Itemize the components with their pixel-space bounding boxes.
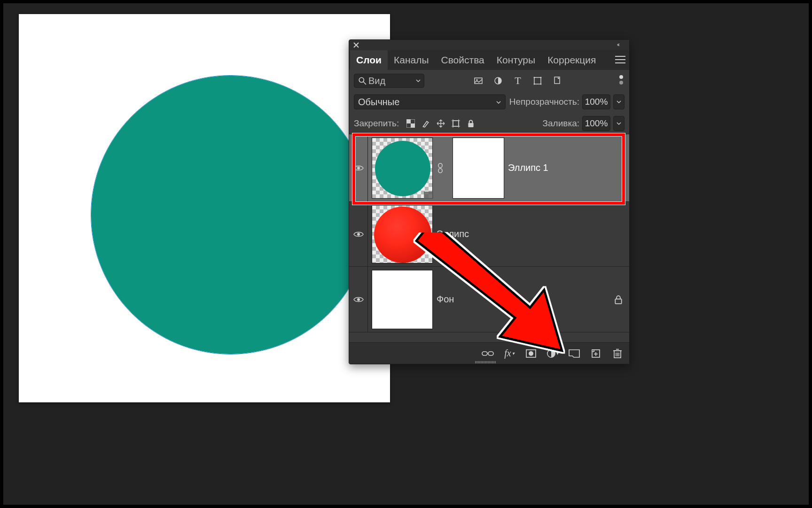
svg-rect-19 [468, 123, 474, 127]
layer-fx-icon[interactable]: fx▾ [503, 347, 515, 360]
filter-toggle[interactable] [618, 75, 625, 86]
lock-all-icon[interactable] [467, 119, 475, 128]
svg-point-7 [540, 77, 542, 78]
filter-adjustment-icon[interactable] [493, 76, 503, 86]
svg-point-29 [529, 351, 533, 356]
new-layer-icon[interactable] [590, 347, 602, 360]
layer-name[interactable]: Фон [437, 294, 454, 305]
svg-rect-14 [453, 121, 459, 126]
new-adjustment-layer-icon[interactable]: ▾ [547, 347, 559, 360]
tab-adjustments[interactable]: Коррекция [541, 50, 602, 70]
panel-menu-icon[interactable] [615, 56, 625, 63]
layer-row-ellipse-1[interactable]: Эллипс 1 [349, 134, 629, 202]
layer-row-background[interactable]: Фон [349, 267, 629, 332]
svg-point-23 [357, 233, 360, 236]
layer-filter-dropdown[interactable]: Вид [354, 74, 424, 88]
tab-paths[interactable]: Контуры [491, 50, 541, 70]
svg-rect-12 [411, 123, 415, 128]
close-icon[interactable] [353, 42, 359, 48]
svg-rect-21 [438, 163, 442, 168]
lock-paint-icon[interactable] [422, 119, 430, 128]
svg-line-1 [363, 82, 366, 85]
tab-channels[interactable]: Каналы [388, 50, 435, 70]
layer-mask-link-icon[interactable] [437, 163, 449, 173]
opacity-stepper[interactable] [613, 94, 625, 109]
layer-name[interactable]: Эллипс 1 [508, 162, 548, 173]
svg-point-6 [534, 77, 535, 78]
opacity-label: Непрозрачность: [509, 97, 579, 107]
layer-row-ellipse[interactable]: Эллипс [349, 202, 629, 267]
blend-mode-value: Обычные [358, 97, 399, 108]
svg-rect-10 [554, 77, 560, 84]
svg-rect-27 [488, 352, 493, 355]
blend-mode-dropdown[interactable]: Обычные [354, 94, 506, 109]
layer-thumbnail[interactable] [372, 138, 433, 199]
layers-list: Эллипс 1 Эллипс [349, 134, 629, 332]
layer-visibility-toggle[interactable] [349, 134, 368, 201]
layer-mask-thumbnail[interactable] [453, 138, 504, 199]
svg-rect-25 [615, 299, 621, 303]
collapse-icon[interactable]: ‹‹ [617, 41, 626, 48]
svg-point-20 [357, 167, 360, 169]
layer-thumbnail[interactable] [372, 270, 433, 329]
search-icon [358, 77, 367, 85]
fill-value[interactable]: 100% [582, 116, 610, 131]
link-layers-icon[interactable] [482, 347, 494, 360]
layer-filter-label: Вид [368, 76, 385, 86]
layers-panel: ‹‹ Слои Каналы Свойства Контуры Коррекци… [349, 39, 630, 364]
lock-icon[interactable] [614, 295, 623, 304]
svg-point-0 [359, 77, 364, 82]
lock-artboard-icon[interactable] [452, 119, 460, 128]
layer-visibility-toggle[interactable] [349, 267, 368, 332]
tab-layers[interactable]: Слои [350, 50, 388, 70]
panel-header[interactable]: ‹‹ [349, 40, 629, 50]
svg-rect-26 [482, 352, 487, 355]
add-mask-icon[interactable] [525, 347, 537, 360]
lock-position-icon[interactable] [437, 119, 445, 128]
panel-resize-grip[interactable] [475, 361, 503, 363]
new-group-icon[interactable] [568, 347, 580, 360]
document-canvas[interactable] [19, 14, 390, 402]
opacity-value[interactable]: 100% [582, 94, 610, 109]
layer-visibility-toggle[interactable] [349, 202, 368, 266]
svg-rect-22 [438, 169, 442, 173]
filter-text-icon[interactable]: T [513, 76, 523, 86]
svg-point-3 [476, 79, 478, 81]
ellipse-shape[interactable] [91, 76, 370, 354]
svg-point-8 [534, 84, 535, 85]
filter-shape-icon[interactable] [532, 76, 543, 86]
delete-layer-icon[interactable] [611, 347, 624, 360]
svg-rect-11 [406, 119, 411, 123]
chevron-down-icon [415, 78, 421, 84]
layer-name[interactable]: Эллипс [437, 229, 469, 239]
svg-point-9 [540, 84, 542, 85]
panel-tabs: Слои Каналы Свойства Контуры Коррекция [349, 50, 629, 70]
svg-rect-5 [534, 77, 541, 84]
tab-properties[interactable]: Свойства [435, 50, 491, 70]
lock-label: Закрепить: [354, 118, 399, 129]
svg-point-24 [357, 298, 360, 301]
filter-pixel-icon[interactable] [473, 76, 484, 86]
fill-stepper[interactable] [613, 116, 625, 131]
filter-smartobject-icon[interactable] [552, 76, 562, 86]
layers-panel-footer: fx▾ ▾ [349, 342, 629, 364]
lock-transparency-icon[interactable] [406, 119, 415, 128]
fill-label: Заливка: [543, 118, 579, 129]
layer-thumbnail[interactable] [372, 205, 433, 263]
chevron-down-icon [496, 100, 501, 105]
